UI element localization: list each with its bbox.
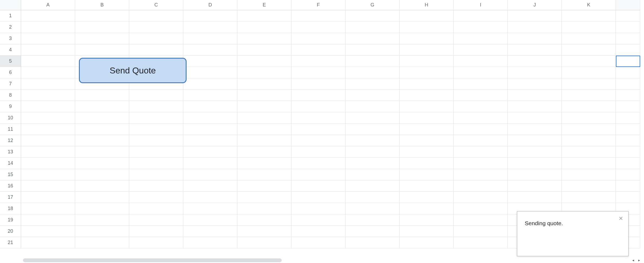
- cell-a11[interactable]: [21, 124, 75, 135]
- cell-d16[interactable]: [183, 180, 237, 192]
- cell-d5[interactable]: [183, 56, 237, 67]
- cell-b14[interactable]: [75, 158, 129, 169]
- cell-i9[interactable]: [454, 101, 508, 112]
- cell-e8[interactable]: [237, 90, 291, 101]
- cell-j1[interactable]: [508, 10, 562, 22]
- cell-d1[interactable]: [183, 10, 237, 22]
- cell-b4[interactable]: [75, 44, 129, 56]
- cell-f17[interactable]: [291, 192, 346, 203]
- cell-k8[interactable]: [562, 90, 616, 101]
- row-header-4[interactable]: 4: [0, 44, 21, 56]
- cell-f10[interactable]: [291, 112, 346, 124]
- cell-g13[interactable]: [346, 146, 400, 158]
- cell-d17[interactable]: [183, 192, 237, 203]
- cell-k14[interactable]: [562, 158, 616, 169]
- row-header-9[interactable]: 9: [0, 101, 21, 112]
- row-header-17[interactable]: 17: [0, 192, 21, 203]
- cell-k3[interactable]: [562, 33, 616, 44]
- cell-g12[interactable]: [346, 135, 400, 146]
- cell-f21[interactable]: [291, 237, 346, 248]
- cell-g8[interactable]: [346, 90, 400, 101]
- cell-g15[interactable]: [346, 169, 400, 180]
- cell-d21[interactable]: [183, 237, 237, 248]
- scroll-right-icon[interactable]: ►: [636, 258, 642, 262]
- cell-h7[interactable]: [400, 78, 454, 90]
- cell-e10[interactable]: [237, 112, 291, 124]
- cell-k13[interactable]: [562, 146, 616, 158]
- cell-i15[interactable]: [454, 169, 508, 180]
- cell-f12[interactable]: [291, 135, 346, 146]
- cell-f3[interactable]: [291, 33, 346, 44]
- cell-a15[interactable]: [21, 169, 75, 180]
- cell-i18[interactable]: [454, 203, 508, 214]
- row-header-13[interactable]: 13: [0, 146, 21, 158]
- cell-i8[interactable]: [454, 90, 508, 101]
- cell-e17[interactable]: [237, 192, 291, 203]
- cell-partial-15[interactable]: [616, 169, 640, 180]
- cell-a12[interactable]: [21, 135, 75, 146]
- cell-h4[interactable]: [400, 44, 454, 56]
- cell-d9[interactable]: [183, 101, 237, 112]
- cell-e7[interactable]: [237, 78, 291, 90]
- cell-k17[interactable]: [562, 192, 616, 203]
- cell-g2[interactable]: [346, 22, 400, 33]
- cell-h13[interactable]: [400, 146, 454, 158]
- row-header-18[interactable]: 18: [0, 203, 21, 214]
- cell-partial-5-selected[interactable]: [616, 56, 640, 67]
- cell-f13[interactable]: [291, 146, 346, 158]
- cell-d13[interactable]: [183, 146, 237, 158]
- cell-c14[interactable]: [129, 158, 183, 169]
- cell-c11[interactable]: [129, 124, 183, 135]
- cell-c3[interactable]: [129, 33, 183, 44]
- cell-f15[interactable]: [291, 169, 346, 180]
- cell-e13[interactable]: [237, 146, 291, 158]
- cell-h16[interactable]: [400, 180, 454, 192]
- cell-c2[interactable]: [129, 22, 183, 33]
- cell-f14[interactable]: [291, 158, 346, 169]
- cell-d8[interactable]: [183, 90, 237, 101]
- scroll-left-icon[interactable]: ◄: [630, 258, 636, 262]
- cell-a5[interactable]: [21, 56, 75, 67]
- cell-i19[interactable]: [454, 214, 508, 226]
- cell-g20[interactable]: [346, 226, 400, 237]
- cell-g11[interactable]: [346, 124, 400, 135]
- cell-e16[interactable]: [237, 180, 291, 192]
- column-header-j[interactable]: J: [508, 0, 562, 10]
- cell-a14[interactable]: [21, 158, 75, 169]
- cell-a18[interactable]: [21, 203, 75, 214]
- cell-b2[interactable]: [75, 22, 129, 33]
- cell-partial-7[interactable]: [616, 78, 640, 90]
- cell-h1[interactable]: [400, 10, 454, 22]
- cell-e6[interactable]: [237, 67, 291, 78]
- cell-g5[interactable]: [346, 56, 400, 67]
- row-header-19[interactable]: 19: [0, 214, 21, 226]
- row-header-15[interactable]: 15: [0, 169, 21, 180]
- cell-j7[interactable]: [508, 78, 562, 90]
- cell-h20[interactable]: [400, 226, 454, 237]
- select-all-corner[interactable]: [0, 0, 21, 10]
- cell-f2[interactable]: [291, 22, 346, 33]
- cell-g7[interactable]: [346, 78, 400, 90]
- cell-b20[interactable]: [75, 226, 129, 237]
- cell-k12[interactable]: [562, 135, 616, 146]
- cell-b17[interactable]: [75, 192, 129, 203]
- row-header-8[interactable]: 8: [0, 90, 21, 101]
- cell-h8[interactable]: [400, 90, 454, 101]
- cell-j5[interactable]: [508, 56, 562, 67]
- cell-g19[interactable]: [346, 214, 400, 226]
- cell-e18[interactable]: [237, 203, 291, 214]
- row-header-5[interactable]: 5: [0, 56, 21, 67]
- cell-g9[interactable]: [346, 101, 400, 112]
- cell-f11[interactable]: [291, 124, 346, 135]
- cell-h11[interactable]: [400, 124, 454, 135]
- cell-d12[interactable]: [183, 135, 237, 146]
- cell-f5[interactable]: [291, 56, 346, 67]
- cell-i10[interactable]: [454, 112, 508, 124]
- cell-a1[interactable]: [21, 10, 75, 22]
- cell-i13[interactable]: [454, 146, 508, 158]
- cell-j14[interactable]: [508, 158, 562, 169]
- cell-k11[interactable]: [562, 124, 616, 135]
- cell-e12[interactable]: [237, 135, 291, 146]
- column-header-h[interactable]: H: [400, 0, 454, 10]
- cell-j15[interactable]: [508, 169, 562, 180]
